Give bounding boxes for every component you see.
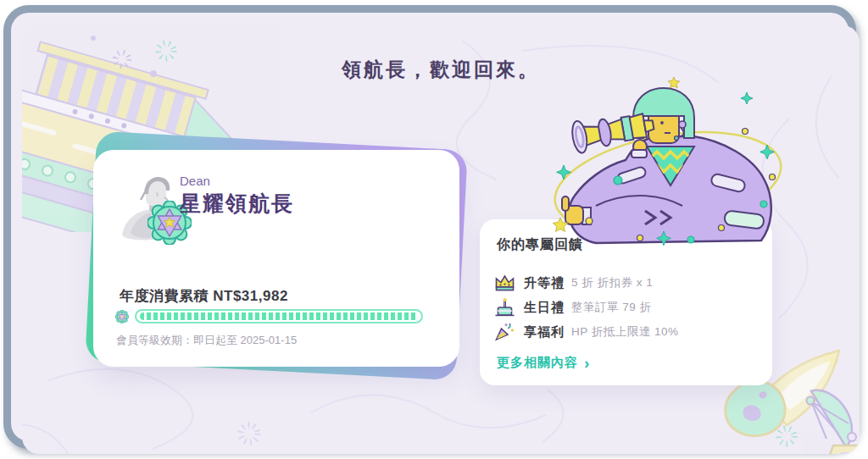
benefit-label: 生日禮 (524, 300, 565, 316)
benefit-row-perks: 享福利 HP 折抵上限達 10% (493, 321, 679, 343)
benefit-desc: 5 折 折扣券 x 1 (571, 275, 653, 290)
annual-spending-value: NT$31,982 (213, 288, 288, 304)
benefit-row-birthday: 生日禮 整筆訂單 79 折 (493, 296, 652, 318)
tier-progress-track (135, 309, 423, 324)
page-background: 領航長，歡迎回來。 (22, 25, 860, 454)
crown-icon (493, 273, 516, 293)
benefits-title: 你的專屬回饋 (497, 236, 583, 254)
party-popper-icon (493, 322, 516, 342)
tier-flower-badge-icon (115, 310, 129, 324)
benefit-row-upgrade: 升等禮 5 折 折扣券 x 1 (493, 272, 653, 294)
annual-spending-label: 年度消費累積 (120, 288, 209, 304)
window-frame: 領航長，歡迎回來。 (3, 5, 856, 449)
tier-validity-text: 會員等級效期：即日起至 2025-01-15 (116, 333, 297, 348)
birthday-cake-icon (493, 297, 516, 318)
benefits-card: 你的專屬回饋 升等禮 5 折 折扣券 x 1 生日禮 整筆訂單 79 折 (480, 219, 772, 385)
tier-progress-fill (140, 312, 418, 320)
benefit-label: 享福利 (524, 324, 565, 340)
chevron-right-icon: › (584, 357, 590, 369)
more-related-content-link[interactable]: 更多相關內容 › (497, 355, 590, 371)
page-title: 領航長，歡迎回來。 (22, 57, 860, 83)
annual-spending: 年度消費累積 NT$31,982 (120, 286, 288, 306)
benefit-desc: 整筆訂單 79 折 (571, 300, 652, 315)
tier-progress (115, 309, 437, 324)
more-link-label: 更多相關內容 (497, 355, 578, 371)
benefit-desc: HP 折抵上限達 10% (571, 324, 679, 340)
member-card: Dean 星耀領航長 年度消費累積 NT$31,982 (93, 150, 459, 367)
member-name: Dean (180, 174, 210, 188)
satellite-dish-illustration (789, 381, 860, 454)
member-tier-title: 星耀領航長 (180, 190, 294, 218)
benefit-label: 升等禮 (524, 275, 565, 291)
